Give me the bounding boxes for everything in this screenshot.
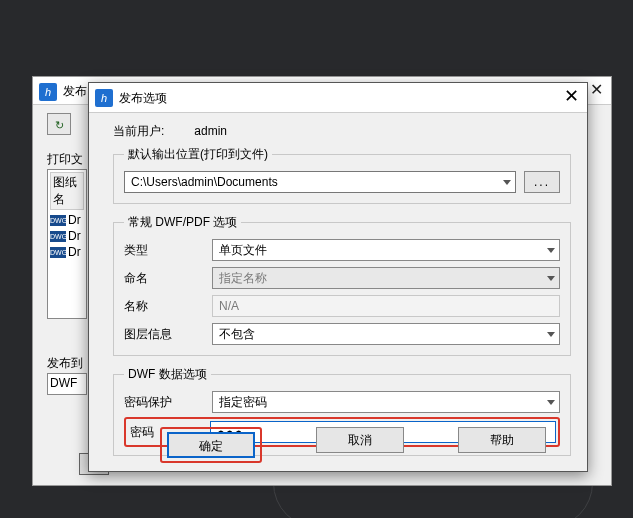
dialog-title: 发布选项 [119, 90, 167, 107]
cancel-button[interactable]: 取消 [316, 427, 404, 453]
dialog-body: 当前用户: admin 默认输出位置(打印到文件) C:\Users\admin… [113, 123, 571, 427]
output-location-legend: 默认输出位置(打印到文件) [124, 146, 272, 163]
browse-button[interactable]: ... [524, 171, 560, 193]
close-icon[interactable]: ✕ [564, 87, 579, 105]
ok-button[interactable]: 确定 [167, 432, 255, 458]
layer-select[interactable]: 不包含 [212, 323, 560, 345]
list-item-label: Dr [68, 213, 81, 227]
dwf-pdf-options-group: 常规 DWF/PDF 选项 类型 单页文件 命名 指定名称 名称 N/A 图层信… [113, 214, 571, 356]
sheet-list-header: 图纸名 [50, 172, 84, 210]
type-label: 类型 [124, 242, 212, 259]
sheet-label: 打印文 [47, 151, 83, 168]
chevron-down-icon [503, 180, 511, 185]
list-item[interactable]: DWGDr [50, 228, 84, 244]
dwg-icon: DWG [50, 231, 66, 242]
type-value: 单页文件 [219, 242, 267, 259]
list-item-label: Dr [68, 229, 81, 243]
naming-label: 命名 [124, 270, 212, 287]
output-location-group: 默认输出位置(打印到文件) C:\Users\admin\Documents .… [113, 146, 571, 204]
chevron-down-icon [547, 400, 555, 405]
current-user-label: 当前用户: [113, 123, 191, 140]
list-item[interactable]: DWGDr [50, 244, 84, 260]
list-item-label: Dr [68, 245, 81, 259]
layer-value: 不包含 [219, 326, 255, 343]
name-label: 名称 [124, 298, 212, 315]
password-protect-select[interactable]: 指定密码 [212, 391, 560, 413]
dialog-buttons: 确定 取消 帮助 [89, 427, 587, 463]
dwg-icon: DWG [50, 247, 66, 258]
publish-to-value: DWF [50, 376, 77, 390]
sheet-list[interactable]: 图纸名 DWGDr DWGDr DWGDr [47, 169, 87, 319]
dwf-data-legend: DWF 数据选项 [124, 366, 211, 383]
output-path-select[interactable]: C:\Users\admin\Documents [124, 171, 516, 193]
type-select[interactable]: 单页文件 [212, 239, 560, 261]
parent-title: 发布 [63, 83, 87, 100]
password-protect-value: 指定密码 [219, 394, 267, 411]
chevron-down-icon [547, 276, 555, 281]
publish-to-select[interactable]: DWF [47, 373, 87, 395]
publish-options-dialog: h 发布选项 ✕ 当前用户: admin 默认输出位置(打印到文件) C:\Us… [88, 82, 588, 472]
parent-toolbar: ↻ [47, 113, 71, 135]
current-user-value: admin [194, 124, 227, 138]
layer-label: 图层信息 [124, 326, 212, 343]
chevron-down-icon [547, 332, 555, 337]
naming-select[interactable]: 指定名称 [212, 267, 560, 289]
app-icon: h [95, 89, 113, 107]
close-icon[interactable]: ✕ [590, 80, 603, 99]
publish-to-label: 发布到 [47, 355, 83, 372]
output-path-value: C:\Users\admin\Documents [131, 175, 278, 189]
app-icon: h [39, 83, 57, 101]
chevron-down-icon [547, 248, 555, 253]
dwf-pdf-legend: 常规 DWF/PDF 选项 [124, 214, 241, 231]
password-protect-label: 密码保护 [124, 394, 212, 411]
toolbar-button[interactable]: ↻ [47, 113, 71, 135]
list-item[interactable]: DWGDr [50, 212, 84, 228]
help-button[interactable]: 帮助 [458, 427, 546, 453]
titlebar: h 发布选项 ✕ [89, 83, 587, 113]
name-display: N/A [212, 295, 560, 317]
current-user-row: 当前用户: admin [113, 123, 571, 140]
naming-value: 指定名称 [219, 270, 267, 287]
ok-button-highlight: 确定 [160, 427, 262, 463]
dwg-icon: DWG [50, 215, 66, 226]
